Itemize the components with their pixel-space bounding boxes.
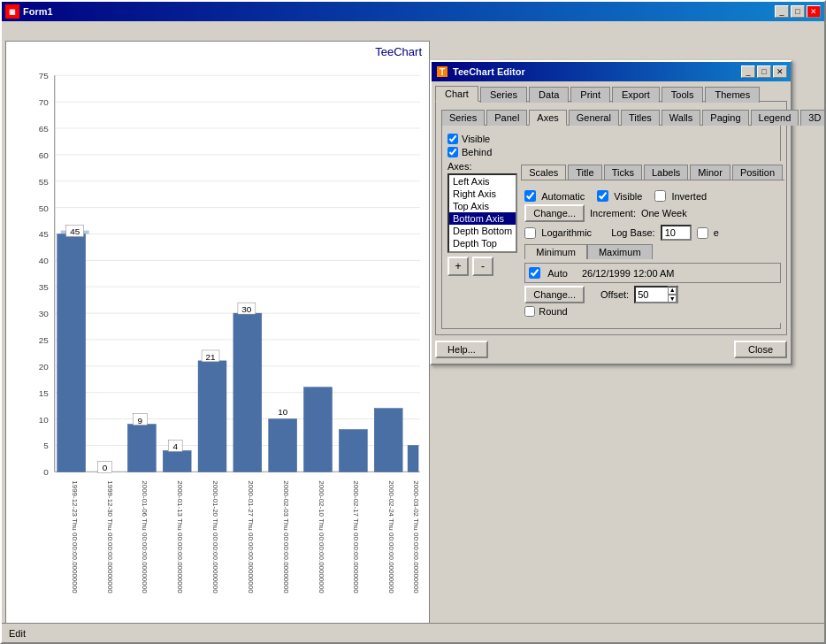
svg-text:2000-03-02 Thu 00:00:00.000000: 2000-03-02 Thu 00:00:00.00000000 <box>412 480 420 594</box>
inverted-label: Inverted <box>671 191 707 202</box>
max-tab[interactable]: Maximum <box>587 244 653 259</box>
innertab-labels[interactable]: Labels <box>644 165 688 180</box>
svg-rect-44 <box>163 450 191 472</box>
main-window-title: Form1 <box>23 6 53 17</box>
svg-text:5: 5 <box>43 441 49 450</box>
subtab-general[interactable]: General <box>569 110 619 126</box>
svg-text:55: 55 <box>39 177 50 187</box>
svg-text:2000-02-24 Thu 00:00:00.000000: 2000-02-24 Thu 00:00:00.00000000 <box>387 480 395 594</box>
scales-visible-checkbox[interactable] <box>597 190 608 202</box>
inverted-checkbox[interactable] <box>654 190 666 202</box>
svg-rect-50 <box>233 313 262 472</box>
axis-top[interactable]: Top Axis <box>449 200 516 212</box>
axis-left[interactable]: Left Axis <box>449 175 516 188</box>
subtab-series[interactable]: Series <box>441 110 485 126</box>
axis-depth-bottom[interactable]: Depth Bottom <box>449 225 516 237</box>
subtab-3d[interactable]: 3D <box>800 110 826 126</box>
min-tab[interactable]: Minimum <box>524 244 587 259</box>
svg-text:30: 30 <box>241 304 252 314</box>
chart-area: TeeChart 0 5 10 15 20 <box>5 41 430 625</box>
tab-tools[interactable]: Tools <box>662 87 704 103</box>
behind-label: Behind <box>462 147 492 157</box>
tab-chart[interactable]: Chart <box>435 86 478 102</box>
svg-rect-56 <box>339 430 367 472</box>
svg-text:45: 45 <box>39 229 50 239</box>
close-button[interactable]: Close <box>734 341 787 358</box>
svg-text:T: T <box>440 67 445 77</box>
innertab-position[interactable]: Position <box>732 165 783 180</box>
innertab-title[interactable]: Title <box>568 165 601 180</box>
min-max-tabs: Minimum Maximum <box>524 244 781 259</box>
tab-series[interactable]: Series <box>480 87 527 103</box>
svg-rect-57 <box>374 409 402 472</box>
axis-right[interactable]: Right Axis <box>449 188 516 200</box>
svg-text:25: 25 <box>39 335 50 345</box>
change-button-2[interactable]: Change... <box>524 286 585 303</box>
status-bar: Edit <box>2 623 824 642</box>
behind-checkbox[interactable] <box>447 147 458 157</box>
svg-text:45: 45 <box>70 226 80 236</box>
client-area: TeeChart 0 5 10 15 20 <box>2 21 824 623</box>
svg-text:10: 10 <box>39 415 50 425</box>
visible-checkbox-row: Visible <box>447 134 775 144</box>
teechart-editor-dialog: T TeeChart Editor _ □ ✕ Chart Series Dat… <box>430 60 792 365</box>
add-axis-button[interactable]: + <box>447 257 469 276</box>
logbase-input[interactable] <box>661 225 692 241</box>
e-checkbox[interactable] <box>697 227 708 239</box>
svg-text:4: 4 <box>172 441 178 451</box>
tab-data[interactable]: Data <box>529 87 569 103</box>
inner-tab-row: Scales Title Ticks Labels Minor Position <box>521 161 784 180</box>
subtab-titles[interactable]: Titles <box>621 110 660 126</box>
svg-text:60: 60 <box>39 150 50 160</box>
innertab-ticks[interactable]: Ticks <box>604 165 642 180</box>
behind-checkbox-row: Behind <box>447 147 775 157</box>
logarithmic-checkbox[interactable] <box>524 227 536 239</box>
axes-list[interactable]: Left Axis Right Axis Top Axis Bottom Axi… <box>447 173 517 253</box>
dialog-title-bar: T TeeChart Editor _ □ ✕ <box>432 62 791 81</box>
svg-text:20: 20 <box>39 362 50 372</box>
subtab-axes[interactable]: Axes <box>529 110 566 126</box>
help-button[interactable]: Help... <box>435 341 488 358</box>
subtab-legend[interactable]: Legend <box>751 110 799 126</box>
offset-input[interactable] <box>636 289 668 300</box>
dialog-title-text: TeeChart Editor <box>453 66 525 77</box>
dialog-title-buttons: _ □ ✕ <box>741 65 787 78</box>
subtab-panel[interactable]: Panel <box>486 110 527 126</box>
axis-depth-top[interactable]: Depth Top <box>449 237 516 249</box>
subtab-walls[interactable]: Walls <box>662 110 700 126</box>
dialog-close-button[interactable]: ✕ <box>773 65 787 78</box>
round-checkbox[interactable] <box>524 306 535 317</box>
axis-bottom[interactable]: Bottom Axis <box>449 212 516 225</box>
minimize-button[interactable]: _ <box>775 5 789 18</box>
svg-rect-41 <box>127 425 156 472</box>
round-label: Round <box>539 306 567 317</box>
innertab-minor[interactable]: Minor <box>690 165 730 180</box>
visible-checkbox[interactable] <box>447 134 458 144</box>
auto-label: Auto <box>547 268 568 279</box>
subtab-paging[interactable]: Paging <box>702 110 748 126</box>
sub-tab-row: Series Panel Axes General Titles Walls P… <box>441 107 781 125</box>
offset-down[interactable]: ▼ <box>668 295 677 303</box>
axes-panel: Axes: Left Axis Right Axis Top Axis Bott… <box>447 161 775 323</box>
svg-text:1999-12-30 Thu 00:00:00.000000: 1999-12-30 Thu 00:00:00.00000000 <box>106 480 114 594</box>
change-button[interactable]: Change... <box>524 204 585 222</box>
auto-row: Auto 26/12/1999 12:00 AM <box>524 263 781 283</box>
axes-left-panel: Axes: Left Axis Right Axis Top Axis Bott… <box>447 161 517 323</box>
close-main-button[interactable]: ✕ <box>807 5 821 18</box>
automatic-checkbox[interactable] <box>524 190 536 202</box>
offset-up[interactable]: ▲ <box>668 286 677 295</box>
tab-export[interactable]: Export <box>612 87 660 103</box>
change-increment-row: Change... Increment: One Week <box>524 204 781 222</box>
axes-label: Axes: <box>447 161 517 172</box>
tab-themes[interactable]: Themes <box>705 87 760 103</box>
main-tab-row: Chart Series Data Print Export Tools The… <box>432 81 791 101</box>
remove-axis-button[interactable]: - <box>472 257 493 276</box>
maximize-button[interactable]: □ <box>791 5 805 18</box>
auto-checkbox[interactable] <box>529 267 540 279</box>
innertab-scales[interactable]: Scales <box>521 165 566 180</box>
offset-spinner[interactable]: ▲ ▼ <box>634 286 678 303</box>
dialog-maximize-button[interactable]: □ <box>757 65 771 78</box>
tab-print[interactable]: Print <box>570 87 610 103</box>
svg-rect-55 <box>304 387 333 472</box>
dialog-minimize-button[interactable]: _ <box>741 65 755 78</box>
